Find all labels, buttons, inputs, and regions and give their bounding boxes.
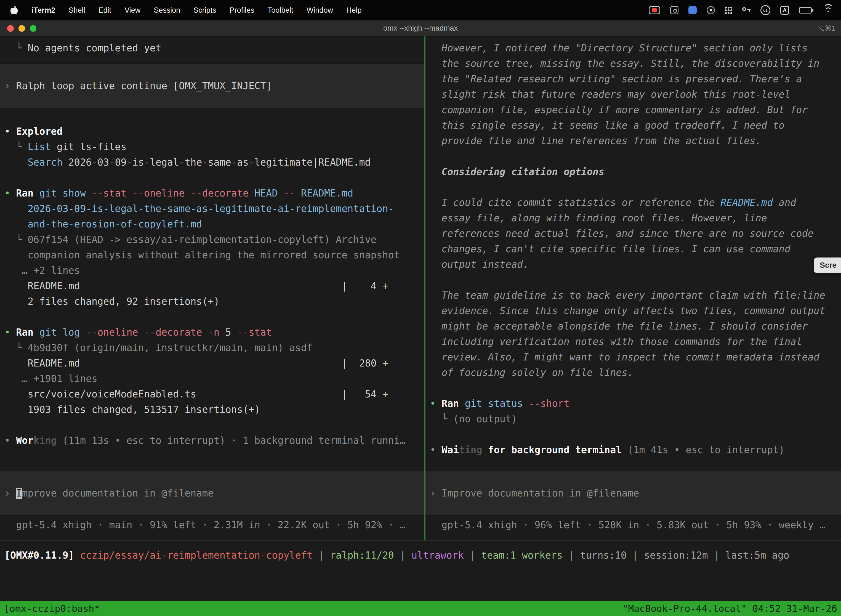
window-shortcut-badge: ⌥⌘1 — [817, 24, 835, 32]
omx-status-bar: [OMX#0.11.9] cczip/essay/ai-reimplementa… — [4, 547, 790, 563]
left-pane[interactable]: └ No agents completed yet › Ralph loop a… — [0, 37, 424, 540]
passport-icon[interactable] — [670, 6, 678, 14]
menu-items: ShellEditViewSessionScriptsProfilesToolb… — [62, 6, 368, 15]
menu-item[interactable]: Help — [340, 6, 368, 15]
left-prompt-input[interactable]: › Improve documentation in @filename — [0, 471, 424, 516]
left-session-status: gpt-5.4 xhigh · main · 91% left · 2.31M … — [4, 516, 424, 532]
tmux-status-bar: [omx-cczip0:bash* "MacBook-Pro-44.local"… — [0, 601, 841, 616]
right-transcript: However, I noticed the "Directory Struct… — [430, 40, 841, 458]
menu-item[interactable]: Window — [300, 6, 340, 15]
menu-item[interactable]: Session — [147, 6, 187, 15]
disk-app-icon[interactable] — [707, 6, 715, 14]
menu-app-name[interactable]: iTerm2 — [25, 6, 62, 15]
key-icon[interactable] — [742, 6, 750, 14]
menu-item[interactable]: View — [118, 6, 147, 15]
minimize-button[interactable] — [19, 25, 25, 32]
close-button[interactable] — [7, 25, 14, 32]
screen-recording-icon[interactable] — [649, 6, 660, 14]
left-transcript: • Explored └ List git ls-files Search 20… — [4, 108, 424, 448]
traffic-lights — [7, 21, 37, 36]
app-grid-icon[interactable] — [725, 7, 732, 14]
right-prompt-input[interactable]: › Improve documentation in @filename — [425, 471, 841, 516]
menu-item[interactable]: Profiles — [223, 6, 261, 15]
apple-menu-icon[interactable] — [10, 6, 18, 14]
menu-item[interactable]: Shell — [62, 6, 92, 15]
blue-app-icon[interactable] — [689, 6, 697, 14]
window-title: omx --xhigh --madmax — [383, 24, 458, 32]
menu-item[interactable]: Toolbelt — [261, 6, 300, 15]
right-session-status: gpt-5.4 xhigh · 96% left · 520K in · 5.8… — [430, 516, 841, 532]
left-agent-status-lines: └ No agents completed yet — [4, 40, 424, 56]
battery-icon[interactable] — [799, 7, 813, 13]
menu-item[interactable]: Edit — [92, 6, 118, 15]
menu-item[interactable]: Scripts — [187, 6, 223, 15]
battery-gauge-icon[interactable]: 61 — [760, 5, 771, 15]
ralph-loop-banner: › Ralph loop active continue [OMX_TMUX_I… — [0, 63, 424, 108]
input-source-icon[interactable]: A — [780, 6, 789, 15]
horizontal-separator — [0, 540, 841, 541]
menu-status-icons: 61 A — [649, 5, 833, 15]
menu-bar: iTerm2 ShellEditViewSessionScriptsProfil… — [0, 0, 841, 21]
screen-share-notification[interactable]: Scre — [814, 258, 841, 273]
terminal-area: └ No agents completed yet › Ralph loop a… — [0, 37, 841, 540]
tmux-host-clock: "MacBook-Pro-44.local" 04:52 31-Mar-26 — [623, 603, 837, 614]
wifi-icon[interactable] — [823, 6, 833, 14]
zoom-button[interactable] — [30, 25, 37, 32]
right-pane[interactable]: However, I noticed the "Directory Struct… — [425, 37, 841, 540]
tmux-session-label: [omx-cczip0:bash* — [4, 603, 100, 614]
window-title-bar: omx --xhigh --madmax ⌥⌘1 — [0, 21, 841, 37]
